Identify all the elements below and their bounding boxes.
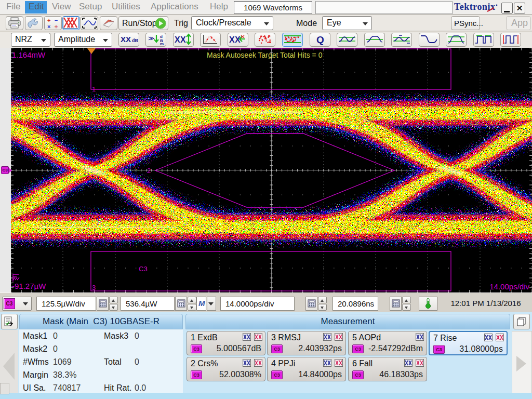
svg-text:+: + (47, 17, 50, 23)
svg-text:dB: dB (132, 38, 138, 43)
svg-text:X: X (229, 35, 235, 44)
svg-text:2: 2 (147, 167, 151, 175)
svg-text:1.164mW: 1.164mW (12, 50, 46, 59)
svg-text:×: × (47, 23, 50, 30)
svg-text:Mask Autoseek Target Total Hit: Mask Autoseek Target Total Hits = 0 (207, 51, 323, 59)
svg-text:14.00ps/div: 14.00ps/div (489, 282, 529, 291)
svg-text:XX: XX (121, 35, 131, 44)
svg-text:-91.27µW: -91.27µW (12, 282, 46, 290)
svg-text:X: X (175, 35, 180, 44)
svg-text:3: 3 (92, 284, 96, 291)
svg-text:C3: C3 (139, 265, 148, 273)
svg-text:X: X (180, 35, 186, 44)
svg-text:÷: ÷ (55, 23, 58, 30)
svg-text:m: m (160, 42, 164, 46)
svg-text:1: 1 (92, 85, 96, 93)
svg-text:Q: Q (316, 34, 324, 45)
svg-text:–: – (55, 17, 58, 23)
